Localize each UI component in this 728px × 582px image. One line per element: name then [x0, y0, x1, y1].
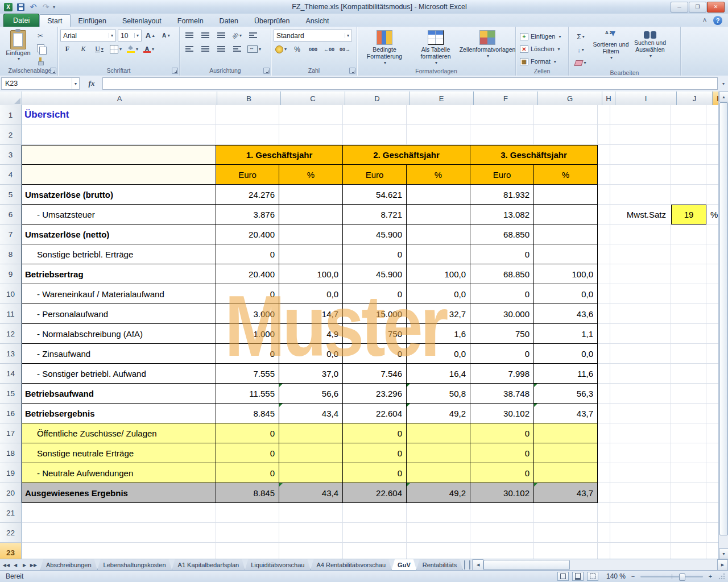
- row-header-4[interactable]: 4: [0, 165, 22, 185]
- close-button[interactable]: [707, 2, 725, 13]
- cell-C5[interactable]: [279, 185, 343, 205]
- row-label-A10[interactable]: - Wareneinkauf / Materialaufwand: [22, 284, 216, 304]
- cell-F15[interactable]: 38.748: [470, 384, 534, 404]
- horizontal-scrollbar[interactable]: ◀ ▶: [472, 559, 728, 571]
- cell-F9[interactable]: 68.850: [470, 264, 534, 284]
- cell-E1[interactable]: [407, 105, 470, 125]
- cell-A23[interactable]: [22, 543, 216, 559]
- cell-K12[interactable]: [706, 324, 719, 344]
- cell-E20[interactable]: 49,2: [407, 483, 470, 503]
- cell-B13[interactable]: 0: [216, 344, 279, 364]
- cell-I1[interactable]: [610, 105, 671, 125]
- column-header-J[interactable]: J: [677, 92, 713, 105]
- cell-C19[interactable]: [279, 463, 343, 483]
- cell-B23[interactable]: [216, 543, 279, 559]
- scroll-up-icon[interactable]: [719, 92, 728, 102]
- cell-J7[interactable]: [671, 225, 706, 244]
- normal-view-button[interactable]: [557, 572, 569, 581]
- row-header-22[interactable]: 22: [0, 523, 22, 543]
- cell-H12[interactable]: [598, 324, 610, 344]
- cell-I21[interactable]: [610, 503, 671, 523]
- ribbon-tab-Daten[interactable]: Daten: [212, 14, 246, 27]
- sheet-tab-GuV[interactable]: GuV: [391, 559, 417, 571]
- cell-H5[interactable]: [598, 185, 610, 205]
- cell-C14[interactable]: 37,0: [279, 364, 343, 384]
- cell-D19[interactable]: 0: [343, 463, 407, 483]
- cell-B16[interactable]: 8.845: [216, 404, 279, 423]
- cell-E18[interactable]: [407, 443, 470, 463]
- cell-E2[interactable]: [407, 125, 470, 145]
- unit-header-B[interactable]: Euro: [216, 165, 279, 185]
- cell-J10[interactable]: [671, 284, 706, 304]
- vertical-scrollbar[interactable]: [718, 92, 728, 559]
- cell-J20[interactable]: [671, 483, 706, 503]
- cell-B2[interactable]: [216, 125, 279, 145]
- cell-K9[interactable]: [706, 264, 719, 284]
- cell-F17[interactable]: 0: [470, 423, 534, 443]
- cell-K20[interactable]: [706, 483, 719, 503]
- tab-scroll-next-icon[interactable]: ▶: [20, 561, 28, 569]
- row-header-14[interactable]: 14: [0, 364, 22, 384]
- cell-A4[interactable]: [22, 165, 216, 185]
- cell-K23[interactable]: [706, 543, 719, 559]
- cell-B10[interactable]: 0: [216, 284, 279, 304]
- cell-K22[interactable]: [706, 523, 719, 543]
- cell-C1[interactable]: [279, 105, 343, 125]
- font-name-combo[interactable]: Arial: [60, 30, 116, 41]
- cell-I14[interactable]: [610, 364, 671, 384]
- cell-H21[interactable]: [598, 503, 610, 523]
- ribbon-tab-Überprüfen[interactable]: Überprüfen: [246, 14, 298, 27]
- unit-header-D[interactable]: Euro: [343, 165, 407, 185]
- cell-J21[interactable]: [671, 503, 706, 523]
- cell-J19[interactable]: [671, 463, 706, 483]
- column-header-G[interactable]: G: [538, 92, 602, 105]
- underline-button[interactable]: U: [92, 43, 106, 55]
- cell-E17[interactable]: [407, 423, 470, 443]
- row-label-A14[interactable]: - Sonstiger betriebl. Aufwand: [22, 364, 216, 384]
- cell-F5[interactable]: 81.932: [470, 185, 534, 205]
- row-header-13[interactable]: 13: [0, 344, 22, 364]
- cell-G11[interactable]: 43,6: [534, 304, 598, 324]
- cell-J1[interactable]: [671, 105, 706, 125]
- scroll-down-icon[interactable]: [719, 548, 728, 559]
- sheet-tab-A4 Rentabilitätsvorschau[interactable]: A4 Rentabilitätsvorschau: [310, 559, 392, 571]
- cell-G13[interactable]: 0,0: [534, 344, 598, 364]
- cell-D14[interactable]: 7.546: [343, 364, 407, 384]
- cell-H19[interactable]: [598, 463, 610, 483]
- merge-center-button[interactable]: [246, 43, 263, 55]
- cell-G16[interactable]: 43,7: [534, 404, 598, 423]
- cell-B20[interactable]: 8.845: [216, 483, 279, 503]
- cell-G10[interactable]: 0,0: [534, 284, 598, 304]
- cell-E6[interactable]: [407, 205, 470, 225]
- cell-E7[interactable]: [407, 225, 470, 244]
- tab-scroll-prev-icon[interactable]: ◀: [11, 561, 19, 569]
- wrap-text-button[interactable]: [246, 30, 260, 41]
- cell-K3[interactable]: [706, 145, 719, 165]
- cell-K8[interactable]: [706, 244, 719, 264]
- sheet-title-cell-A1[interactable]: Übersicht: [22, 105, 216, 125]
- italic-button[interactable]: K: [76, 43, 90, 55]
- cell-E22[interactable]: [407, 523, 470, 543]
- cell-D8[interactable]: 0: [343, 244, 407, 264]
- cell-H13[interactable]: [598, 344, 610, 364]
- cell-F23[interactable]: [470, 543, 534, 559]
- undo-button[interactable]: ↶: [28, 2, 39, 12]
- cell-D21[interactable]: [343, 503, 407, 523]
- zoom-out-icon[interactable]: −: [629, 572, 637, 580]
- cell-G2[interactable]: [534, 125, 598, 145]
- fill-button[interactable]: ↓: [571, 44, 590, 56]
- cell-A22[interactable]: [22, 523, 216, 543]
- ribbon-tab-Einfügen[interactable]: Einfügen: [71, 14, 114, 27]
- ribbon-tab-Start[interactable]: Start: [39, 14, 70, 27]
- cell-I9[interactable]: [610, 264, 671, 284]
- format-painter-button[interactable]: [34, 55, 47, 66]
- ribbon-tab-Ansicht[interactable]: Ansicht: [298, 14, 337, 27]
- tab-scroll-last-icon[interactable]: ▶▶: [30, 561, 38, 569]
- ribbon-tab-datei[interactable]: Datei: [3, 14, 39, 27]
- mwst-unit[interactable]: %: [706, 205, 719, 225]
- cell-K2[interactable]: [706, 125, 719, 145]
- cell-F12[interactable]: 750: [470, 324, 534, 344]
- cell-H11[interactable]: [598, 304, 610, 324]
- cell-I7[interactable]: [610, 225, 671, 244]
- cell-G14[interactable]: 11,6: [534, 364, 598, 384]
